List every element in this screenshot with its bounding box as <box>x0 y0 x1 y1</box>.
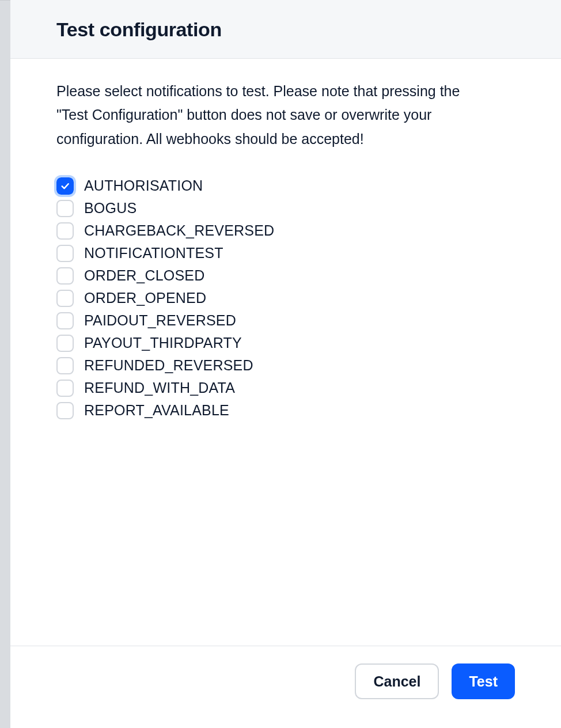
notification-row: REPORT_AVAILABLE <box>56 402 515 419</box>
notification-label[interactable]: BOGUS <box>84 200 137 217</box>
notification-checkbox[interactable] <box>56 290 74 307</box>
checkbox-box[interactable] <box>56 312 74 329</box>
notification-label[interactable]: AUTHORISATION <box>84 177 203 194</box>
check-icon <box>60 181 70 191</box>
notification-label[interactable]: CHARGEBACK_REVERSED <box>84 222 274 239</box>
notification-row: CHARGEBACK_REVERSED <box>56 222 515 240</box>
checkbox-box[interactable] <box>56 380 74 397</box>
checkbox-box[interactable] <box>56 200 74 217</box>
notification-checkbox[interactable] <box>56 380 74 397</box>
notification-label[interactable]: ORDER_OPENED <box>84 290 206 306</box>
test-configuration-modal: Test configuration Please select notific… <box>10 0 561 728</box>
notification-row: BOGUS <box>56 200 515 217</box>
checkbox-box[interactable] <box>56 290 74 307</box>
modal-body: Please select notifications to test. Ple… <box>10 59 561 646</box>
notification-row: NOTIFICATIONTEST <box>56 245 515 262</box>
notification-checkbox-list: AUTHORISATIONBOGUSCHARGEBACK_REVERSEDNOT… <box>56 177 515 419</box>
cancel-button[interactable]: Cancel <box>355 663 439 699</box>
notification-checkbox[interactable] <box>56 357 74 374</box>
notification-checkbox[interactable] <box>56 267 74 285</box>
notification-label[interactable]: PAYOUT_THIRDPARTY <box>84 335 242 351</box>
notification-row: ORDER_CLOSED <box>56 267 515 285</box>
checkbox-box[interactable] <box>56 177 74 195</box>
notification-label[interactable]: REFUND_WITH_DATA <box>84 380 235 396</box>
notification-checkbox[interactable] <box>56 177 74 195</box>
notification-checkbox[interactable] <box>56 200 74 217</box>
notification-label[interactable]: PAIDOUT_REVERSED <box>84 312 236 329</box>
checkbox-box[interactable] <box>56 245 74 262</box>
notification-row: REFUNDED_REVERSED <box>56 357 515 374</box>
notification-checkbox[interactable] <box>56 312 74 329</box>
notification-checkbox[interactable] <box>56 245 74 262</box>
background-sidebar-strip <box>0 0 10 728</box>
notification-label[interactable]: REFUNDED_REVERSED <box>84 357 253 374</box>
notification-row: PAIDOUT_REVERSED <box>56 312 515 329</box>
checkbox-box[interactable] <box>56 357 74 374</box>
checkbox-box[interactable] <box>56 267 74 285</box>
notification-label[interactable]: REPORT_AVAILABLE <box>84 402 229 419</box>
modal-title: Test configuration <box>56 18 515 41</box>
checkbox-box[interactable] <box>56 222 74 240</box>
notification-label[interactable]: NOTIFICATIONTEST <box>84 245 223 261</box>
notification-checkbox[interactable] <box>56 402 74 419</box>
test-button[interactable]: Test <box>452 663 515 699</box>
modal-footer: Cancel Test <box>10 646 561 728</box>
checkbox-box[interactable] <box>56 402 74 419</box>
notification-checkbox[interactable] <box>56 335 74 352</box>
checkbox-box[interactable] <box>56 335 74 352</box>
modal-header: Test configuration <box>10 0 561 59</box>
notification-label[interactable]: ORDER_CLOSED <box>84 267 204 284</box>
notification-row: AUTHORISATION <box>56 177 515 195</box>
notification-row: PAYOUT_THIRDPARTY <box>56 335 515 352</box>
notification-row: ORDER_OPENED <box>56 290 515 307</box>
notification-row: REFUND_WITH_DATA <box>56 380 515 397</box>
notification-checkbox[interactable] <box>56 222 74 240</box>
instructions-text: Please select notifications to test. Ple… <box>56 79 494 151</box>
